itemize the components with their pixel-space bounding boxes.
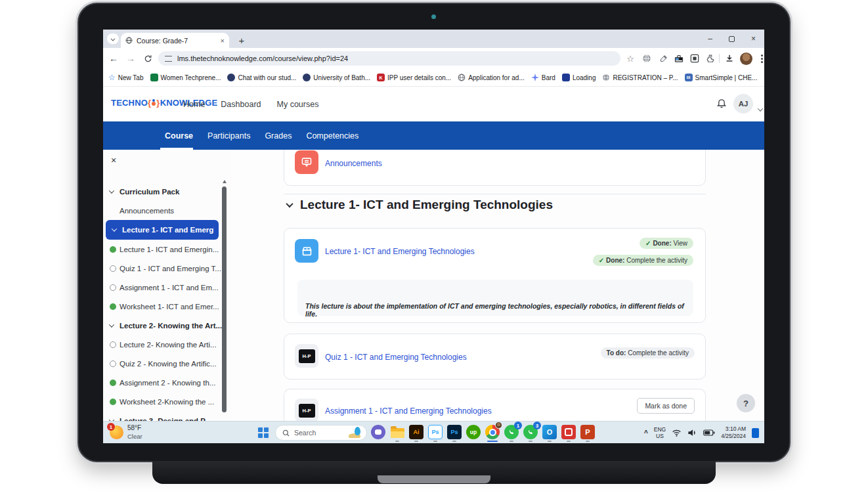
- h5p-activity-icon: H-P: [295, 344, 318, 368]
- user-avatar[interactable]: AJ: [733, 94, 753, 114]
- app-whatsapp-2[interactable]: 3: [523, 424, 538, 440]
- eyedropper-extension-icon[interactable]: [657, 52, 670, 65]
- back-button[interactable]: ←: [106, 48, 121, 69]
- new-tab-button[interactable]: +: [234, 33, 249, 47]
- app-file-explorer[interactable]: [389, 424, 405, 440]
- tab-search-button[interactable]: [107, 33, 119, 44]
- section-collapse-chevron-icon[interactable]: [286, 200, 293, 207]
- sidebar-item-announcements[interactable]: Announcements: [103, 205, 174, 217]
- photoshop-icon: Ps: [447, 425, 462, 439]
- assignment1-link[interactable]: Assignment 1 - ICT and Emerging Technolo…: [325, 406, 492, 416]
- app-chat[interactable]: [370, 424, 386, 440]
- globe-extension-icon[interactable]: [640, 52, 653, 65]
- bookmark-chat[interactable]: Chat with our stud...: [227, 74, 296, 81]
- sidebar-item-quiz2[interactable]: Quiz 2 - Knowing the Artific...: [103, 358, 217, 370]
- minimize-button[interactable]: –: [699, 30, 721, 48]
- url-bar[interactable]: lms.thetechnoknowledge.com/course/view.p…: [158, 51, 620, 66]
- tab-close-icon[interactable]: ×: [221, 37, 225, 45]
- app-upwork[interactable]: up: [466, 424, 481, 440]
- sidebar-item-lecture1-section-active[interactable]: Lecture 1- ICT and Emergi...: [106, 220, 219, 240]
- announcements-link[interactable]: Announcements: [325, 159, 382, 168]
- app-photoshop-dark[interactable]: Ps: [446, 424, 462, 440]
- tab-title: Course: Grade-7: [137, 37, 217, 45]
- tab-competencies[interactable]: Competencies: [306, 131, 358, 141]
- sidebar-item-assignment2[interactable]: Assignment 2 - Knowing th...: [103, 377, 215, 389]
- quiz1-activity-card: H-P Quiz 1 - ICT and Emerging Technologi…: [284, 334, 706, 380]
- search-highlights-icon[interactable]: [348, 427, 362, 439]
- url-input[interactable]: lms.thetechnoknowledge.com/course/view.p…: [177, 54, 348, 62]
- speaker-icon[interactable]: [687, 429, 697, 437]
- app-chrome-active[interactable]: [485, 424, 500, 440]
- notification-center-icon[interactable]: [752, 428, 759, 438]
- bookmark-loading[interactable]: Loading: [562, 74, 596, 81]
- downloads-button[interactable]: [723, 52, 736, 65]
- nav-dashboard[interactable]: Dashboard: [221, 100, 261, 109]
- mark-as-done-button[interactable]: Mark as done: [637, 398, 695, 414]
- wifi-icon[interactable]: [672, 429, 682, 437]
- notifications-bell-button[interactable]: [716, 98, 727, 112]
- help-button[interactable]: ?: [737, 394, 755, 412]
- tab-participants[interactable]: Participants: [207, 131, 250, 141]
- clock-widget[interactable]: 3:10 AM4/25/2024: [721, 425, 746, 439]
- bookmark-registration[interactable]: REGISTRATION – P...: [602, 74, 678, 81]
- sidebar-scrollbar[interactable]: [222, 186, 227, 412]
- language-indicator[interactable]: ENGUS: [654, 426, 666, 439]
- app-red[interactable]: [561, 424, 576, 440]
- quiz1-link[interactable]: Quiz 1 - ICT and Emerging Technologies: [325, 353, 467, 362]
- bookmark-university-of-bath[interactable]: University of Bath...: [303, 74, 370, 81]
- sidebar-item-lecture1[interactable]: Lecture 1- ICT and Emergin...: [103, 244, 219, 255]
- restore-button[interactable]: [721, 30, 743, 48]
- bookmark-star-icon[interactable]: ☆: [624, 52, 637, 65]
- course-content: × Curriculum Pack Announcements Lecture …: [103, 150, 764, 421]
- search-input[interactable]: Search: [294, 429, 343, 437]
- bookmarks-overflow-button[interactable]: »: [764, 73, 764, 82]
- nav-my-courses[interactable]: My courses: [277, 100, 319, 109]
- sidebar-item-curriculum-pack[interactable]: Curriculum Pack: [103, 186, 179, 198]
- sidebar-item-lecture3-section[interactable]: Lecture 3- Design and P...: [103, 415, 211, 421]
- app-illustrator[interactable]: Ai: [408, 424, 424, 440]
- app-whatsapp-1[interactable]: 1: [504, 424, 519, 440]
- photoshop-icon: Ps: [428, 425, 443, 439]
- sidebar-item-quiz1[interactable]: Quiz 1 - ICT and Emerging T...: [103, 263, 221, 274]
- battery-icon[interactable]: [703, 429, 715, 436]
- sidebar-item-worksheet1[interactable]: Worksheet 1- ICT and Emer...: [103, 301, 219, 313]
- bookmark-new-tab[interactable]: ☆New Tab: [108, 73, 144, 82]
- browser-menu-button[interactable]: [755, 52, 764, 65]
- reload-button[interactable]: [140, 48, 156, 69]
- app-powerpoint[interactable]: P: [580, 424, 596, 440]
- bookmark-bard[interactable]: Bard: [531, 74, 555, 81]
- sidebar-item-lecture2-section[interactable]: Lecture 2- Knowing the Art...: [103, 320, 222, 332]
- profile-avatar[interactable]: [739, 52, 752, 65]
- bookmark-smartsimple[interactable]: 88SmartSimple | CHE...: [685, 74, 758, 81]
- laptop-hinge-notch: [378, 475, 490, 483]
- weather-widget[interactable]: 1 58°FClear: [110, 424, 142, 441]
- app-photoshop-light[interactable]: Ps: [427, 424, 443, 440]
- extensions-puzzle-icon[interactable]: [704, 52, 717, 65]
- sidebar-item-assignment1[interactable]: Assignment 1 - ICT and Em...: [103, 282, 219, 294]
- close-button[interactable]: ×: [743, 30, 764, 48]
- taskbar-search[interactable]: Search: [275, 425, 367, 441]
- bookmark-ipp[interactable]: KIPP user details con...: [377, 74, 451, 81]
- site-info-icon[interactable]: [165, 56, 172, 62]
- user-menu-caret[interactable]: [758, 102, 762, 114]
- nav-home[interactable]: Home: [183, 100, 205, 109]
- sidebar-close-button[interactable]: ×: [111, 155, 116, 165]
- start-button[interactable]: [258, 427, 269, 438]
- forward-button[interactable]: →: [123, 48, 139, 69]
- globe-icon: [458, 74, 466, 81]
- tab-course[interactable]: Course: [165, 131, 193, 141]
- tray-expand-button[interactable]: ^: [644, 429, 648, 437]
- reader-extension-icon[interactable]: [688, 52, 701, 65]
- done-view-badge: ✓Done: View: [640, 238, 693, 249]
- bookmark-application[interactable]: Application for ad...: [458, 74, 525, 81]
- bookmark-women-techpreneurs[interactable]: Women Techprene...: [150, 74, 221, 81]
- lecture1-link[interactable]: Lecture 1- ICT and Emerging Technologies: [325, 247, 475, 256]
- sidebar-item-lecture2[interactable]: Lecture 2- Knowing the Arti...: [103, 339, 217, 351]
- sidebar-item-worksheet2[interactable]: Worksheet 2-Knowing the ...: [103, 396, 214, 408]
- red-app-icon: [561, 425, 576, 439]
- tab-grades[interactable]: Grades: [265, 131, 292, 141]
- browser-tab[interactable]: Course: Grade-7 ×: [121, 33, 229, 48]
- lightbox-resource-icon: [295, 239, 318, 263]
- toolbox-extension-icon[interactable]: [672, 52, 685, 65]
- app-outlook[interactable]: O: [542, 424, 557, 440]
